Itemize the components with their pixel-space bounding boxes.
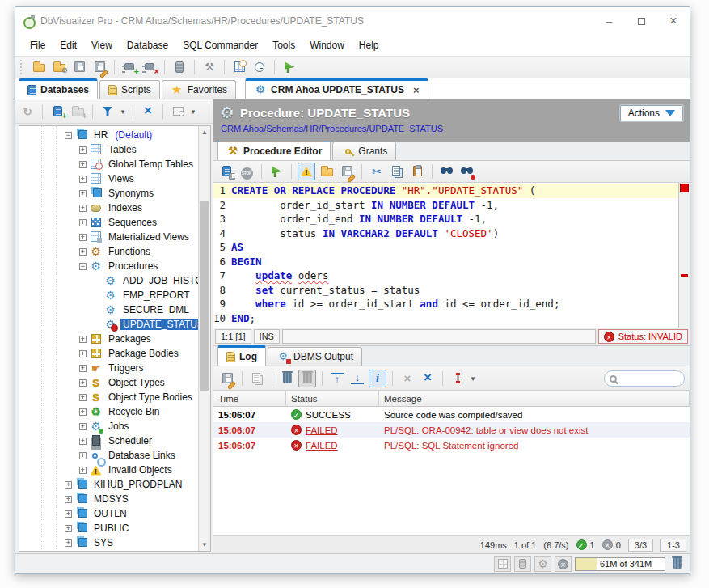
refresh-button[interactable] (19, 103, 36, 121)
code-line-10[interactable]: 10END; (213, 311, 678, 326)
tree-toggle-plus[interactable]: + (79, 336, 87, 343)
code-line-7[interactable]: 7 update oders (213, 269, 678, 283)
find-replace-button[interactable] (458, 163, 476, 180)
tab-scripts[interactable]: Scripts (99, 80, 160, 99)
tree-item-functions[interactable]: +Functions (19, 244, 198, 259)
row-height-button[interactable] (449, 370, 466, 387)
expand-all-button[interactable] (399, 370, 416, 387)
collapse-all-button[interactable] (139, 103, 157, 121)
tree-toggle-plus[interactable]: + (65, 481, 72, 489)
error-marker-line7[interactable] (681, 274, 688, 277)
tree-item-sys[interactable]: +SYS (19, 535, 198, 550)
tree-item-triggers[interactable]: +Triggers (19, 361, 198, 375)
maximize-button[interactable] (625, 7, 657, 35)
tree-toggle-plus[interactable]: + (79, 219, 87, 226)
tree-toggle-minus[interactable]: − (65, 132, 72, 139)
code-line-5[interactable]: 5AS (213, 240, 678, 255)
tree-item-mdsys[interactable]: +MDSYS (19, 492, 198, 506)
tree-toggle-plus[interactable]: + (79, 146, 87, 154)
code-line-3[interactable]: 3 order_id_end IN NUMBER DEFAULT -1, (213, 212, 678, 226)
tree-item-emp-report[interactable]: EMP_REPORT (19, 288, 198, 302)
tree-toggle-plus[interactable]: + (79, 205, 87, 212)
log-search-input[interactable] (604, 370, 685, 387)
tree-item-sequences[interactable]: +Sequences (19, 215, 198, 230)
tree-item-invalid-objects[interactable]: +!Invalid Objects (19, 463, 198, 477)
find-button[interactable] (438, 163, 456, 180)
tree-scrollbar[interactable]: ▲ ▼ (198, 126, 210, 551)
grid-clock-button[interactable] (230, 58, 248, 76)
code-line-9[interactable]: 9 where id >= order_id_start and id <= o… (213, 297, 678, 311)
clear-on-execute-button[interactable] (298, 370, 316, 387)
create-folder-button[interactable] (69, 103, 87, 121)
tree-item-package-bodies[interactable]: +Package Bodies (19, 346, 198, 361)
tree-toggle-plus[interactable]: + (79, 394, 87, 401)
gc-trash-button[interactable] (669, 557, 685, 570)
tree-item-global-temp-tables[interactable]: +Global Temp Tables (19, 157, 198, 171)
tree-item-update-status[interactable]: UPDATE_STATUS (19, 317, 198, 332)
database-status-button[interactable] (514, 556, 531, 572)
tree-item-database-links[interactable]: +Database Links (19, 448, 198, 463)
code-line-1[interactable]: 1CREATE OR REPLACE PROCEDURE "HR"."UPDAT… (213, 184, 678, 198)
tree-toggle-plus[interactable]: + (79, 190, 87, 197)
tree-item-packages[interactable]: +Packages (19, 332, 198, 346)
preview-dropdown-icon[interactable]: ▾ (189, 108, 197, 116)
object-preview-button[interactable] (169, 103, 187, 121)
toolbar-grip[interactable] (20, 60, 24, 74)
database-column-button[interactable] (171, 58, 188, 76)
tree-item-scheduler[interactable]: +Scheduler (19, 434, 198, 448)
tree-item-indexes[interactable]: +Indexes (19, 201, 198, 215)
compile-save-button[interactable] (217, 163, 235, 180)
copy-button[interactable] (388, 163, 406, 180)
code-line-6[interactable]: 6BEGIN (213, 255, 678, 269)
tree-toggle-plus[interactable]: + (79, 423, 87, 430)
minimize-button[interactable]: – (593, 7, 625, 35)
connect-button[interactable] (120, 58, 138, 76)
save-as-edit-button[interactable] (338, 163, 356, 180)
tree-item-materialized-views[interactable]: +Materialized Views (19, 230, 198, 244)
tree-toggle-plus[interactable]: + (65, 525, 72, 532)
show-errors-button[interactable]: ! (298, 163, 315, 180)
column-header-time[interactable]: Time (213, 391, 286, 406)
column-header-message[interactable]: Message (379, 391, 690, 406)
menu-item-help[interactable]: Help (352, 37, 386, 53)
log-row-2[interactable]: 15:06:07×FAILEDPL/SQL: ORA-00942: table … (213, 422, 690, 438)
rowheight-dropdown-icon[interactable]: ▾ (469, 374, 477, 383)
cut-button[interactable] (368, 163, 386, 180)
tree-toggle-minus[interactable]: − (79, 263, 87, 270)
tab-object-update-status[interactable]: CRM Ahoa UPDATE_STATUS × (245, 78, 428, 99)
folder-settings-button[interactable] (50, 58, 68, 76)
code-lines[interactable]: 1CREATE OR REPLACE PROCEDURE "HR"."UPDAT… (213, 183, 678, 328)
tree-toggle-plus[interactable]: + (79, 248, 87, 256)
tree-item-recycle-bin[interactable]: +Recycle Bin (19, 404, 198, 419)
execute-button[interactable] (268, 163, 285, 180)
tab-databases[interactable]: Databases (19, 78, 98, 99)
tab-procedure-editor[interactable]: Procedure Editor (217, 140, 331, 160)
object-tab-close-icon[interactable]: × (413, 84, 420, 96)
disconnect-button[interactable] (141, 58, 158, 76)
tree-toggle-plus[interactable]: + (65, 496, 72, 503)
filter-dropdown-icon[interactable]: ▾ (119, 108, 127, 116)
tree-toggle-plus[interactable]: + (65, 539, 72, 547)
tree-item-outln[interactable]: +OUTLN (19, 506, 198, 521)
save-button[interactable] (70, 58, 88, 76)
menu-item-database[interactable]: Database (120, 37, 175, 53)
grid-status-button[interactable] (494, 556, 511, 572)
clear-log-button[interactable] (278, 370, 296, 387)
breadcrumb[interactable]: CRM Ahoa/Schemas/HR/Procedures/UPDATE_ST… (221, 124, 683, 133)
menu-item-file[interactable]: File (23, 37, 52, 53)
tree-item-kihub-prodplan[interactable]: +KIHUB_PRODPLAN (19, 477, 198, 492)
cancel-status-button[interactable]: × (555, 556, 572, 572)
log-row-3[interactable]: 15:06:07×FAILEDPL/SQL: SQL Statement ign… (213, 438, 690, 453)
tree-item-jobs[interactable]: +Jobs (19, 419, 198, 434)
tab-dbms-output[interactable]: DBMS Output (268, 347, 362, 366)
code-line-2[interactable]: 2 order_id_start IN NUMBER DEFAULT -1, (213, 198, 678, 213)
menu-item-sql-commander[interactable]: SQL Commander (176, 37, 264, 53)
tree-toggle-plus[interactable]: + (79, 467, 87, 474)
code-line-4[interactable]: 4 status IN VARCHAR2 DEFAULT 'CLOSED') (213, 226, 678, 241)
export-button[interactable] (218, 370, 236, 387)
tree-item-object-types[interactable]: +Object Types (19, 375, 198, 390)
column-header-status[interactable]: Status (286, 391, 379, 406)
open-file-button[interactable] (30, 58, 48, 76)
tree-toggle-plus[interactable]: + (79, 408, 87, 416)
code-line-8[interactable]: 8 set current_status = status (213, 283, 678, 298)
